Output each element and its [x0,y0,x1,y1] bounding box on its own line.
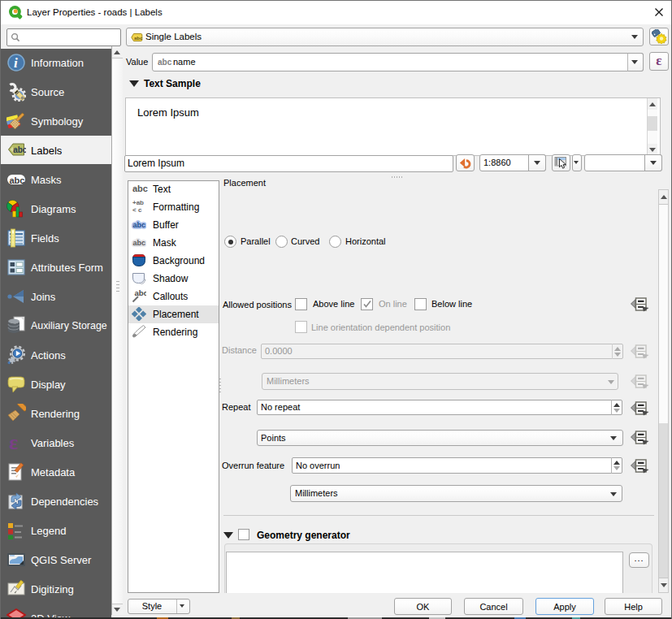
svg-text:abc: abc [135,288,147,297]
svg-text:i: i [14,55,18,71]
svg-text:abc: abc [134,36,143,41]
svg-text:abc: abc [13,145,26,154]
svg-text:abc: abc [9,175,24,185]
svg-text:abc: abc [133,239,146,247]
svg-text:ε: ε [9,433,18,452]
svg-text:abc: abc [133,221,146,229]
